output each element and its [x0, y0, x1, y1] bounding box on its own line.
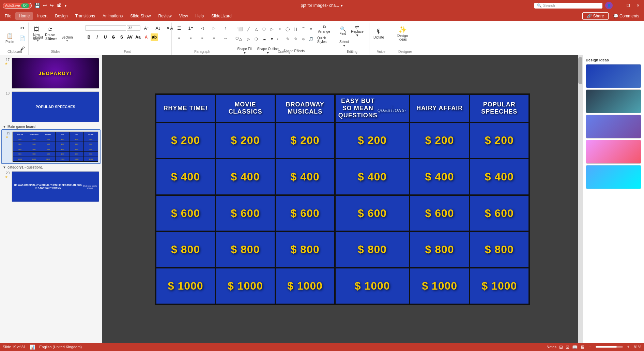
jeopardy-cell-r4-c5[interactable]: $ 1000 — [470, 268, 528, 304]
reset-button[interactable]: Reset — [46, 34, 59, 44]
jeopardy-cell-r1-c4[interactable]: $ 400 — [410, 159, 469, 194]
menu-slideshow[interactable]: Slide Show — [127, 12, 154, 20]
slide-item-20[interactable]: 20 ★ HE WAS ORIGINALLY A DRINK, THEN HE … — [1, 170, 101, 203]
jeopardy-cell-r3-c5[interactable]: $ 800 — [470, 232, 528, 267]
present-icon[interactable]: 📽 — [57, 3, 61, 8]
increase-indent-button[interactable]: ▷ — [209, 23, 219, 33]
slide-view-icon[interactable]: 📊 — [30, 345, 35, 350]
slide-sorter-icon[interactable]: ⊡ — [566, 345, 569, 350]
underline-button[interactable]: U — [102, 33, 109, 41]
jeopardy-cell-r1-c3[interactable]: $ 400 — [336, 159, 409, 194]
slide-thumb-20[interactable]: HE WAS ORIGINALLY A DRINK, THEN HE BECAM… — [12, 171, 99, 202]
bold-button[interactable]: B — [85, 33, 93, 41]
jeopardy-cell-r0-c0[interactable]: $ 200 — [156, 123, 215, 158]
layout-button[interactable]: Layout ▼ — [31, 34, 45, 44]
jeopardy-cell-r0-c1[interactable]: $ 200 — [216, 123, 274, 158]
paste-button[interactable]: 📋 Paste — [3, 28, 16, 48]
jeopardy-cell-r4-c1[interactable]: $ 1000 — [216, 268, 274, 304]
jeopardy-cell-r4-c2[interactable]: $ 1000 — [276, 268, 334, 304]
font-increase-button[interactable]: A↑ — [141, 23, 152, 33]
zoom-bar[interactable] — [596, 346, 623, 348]
jeopardy-cell-r4-c4[interactable]: $ 1000 — [410, 268, 469, 304]
jeopardy-header-4[interactable]: HAIRY AFFAIR — [410, 95, 469, 122]
jeopardy-cell-r2-c5[interactable]: $ 600 — [470, 196, 528, 231]
font-size-input[interactable] — [127, 25, 140, 31]
menu-home[interactable]: Home — [15, 12, 33, 20]
cut-button[interactable]: ✂ — [17, 23, 28, 33]
design-idea-5[interactable] — [586, 165, 641, 189]
presenter-view-icon[interactable]: 🖥 — [580, 345, 585, 350]
search-bar[interactable]: 🔍 Search — [534, 3, 602, 9]
section-button[interactable]: Section ▼ — [59, 34, 75, 44]
menu-slidelizard[interactable]: SlideLizard — [208, 12, 235, 20]
menu-animations[interactable]: Animations — [99, 12, 126, 20]
menu-help[interactable]: Help — [192, 12, 208, 20]
section-label-main[interactable]: ▼ Main game board — [1, 123, 101, 129]
jeopardy-cell-r0-c2[interactable]: $ 200 — [276, 123, 334, 158]
design-idea-3[interactable] — [586, 115, 641, 138]
jeopardy-cell-r2-c4[interactable]: $ 600 — [410, 196, 469, 231]
zoom-in-button[interactable]: + — [626, 344, 631, 350]
minimize-button[interactable]: — — [615, 2, 622, 9]
dropdown-arrow[interactable]: ▼ — [340, 4, 343, 8]
font-family-input[interactable] — [85, 25, 126, 31]
slide-item-17[interactable]: 17 ★ JEOPARDY! — [1, 57, 101, 90]
align-left-button[interactable]: ≡ — [174, 33, 185, 43]
align-right-button[interactable]: ≡ — [197, 33, 208, 43]
jeopardy-cell-r3-c0[interactable]: $ 800 — [156, 232, 215, 267]
redo-icon[interactable]: ↪ — [50, 3, 54, 8]
line-spacing-button[interactable]: ↕ — [220, 23, 231, 33]
menu-review[interactable]: Review — [155, 12, 175, 20]
replace-button[interactable]: ⇄ Replace ▼ — [349, 23, 366, 38]
jeopardy-cell-r3-c2[interactable]: $ 800 — [276, 232, 334, 267]
notes-button[interactable]: Notes — [547, 345, 556, 349]
avatar[interactable]: 👤 — [605, 2, 613, 9]
font-decrease-button[interactable]: A↓ — [153, 23, 164, 33]
normal-view-icon[interactable]: ⊞ — [559, 345, 563, 350]
jeopardy-cell-r1-c0[interactable]: $ 400 — [156, 159, 215, 194]
restore-button[interactable]: ❐ — [625, 2, 632, 9]
menu-file[interactable]: File — [1, 12, 15, 20]
text-direction-button[interactable]: ↔ — [220, 33, 231, 43]
design-idea-4[interactable] — [586, 140, 641, 164]
shadow-button[interactable]: S — [118, 33, 125, 41]
menu-insert[interactable]: Insert — [34, 12, 51, 20]
font-color-button[interactable]: A — [142, 33, 150, 41]
char-spacing-button[interactable]: AV — [126, 33, 134, 41]
design-idea-1[interactable] — [586, 64, 641, 88]
strikethrough-button[interactable]: S — [110, 33, 117, 41]
slide-thumb-18[interactable]: POPULAR SPEECHES — [12, 91, 99, 122]
jeopardy-cell-r0-c4[interactable]: $ 200 — [410, 123, 469, 158]
jeopardy-cell-r2-c1[interactable]: $ 600 — [216, 196, 274, 231]
autosave-badge[interactable]: AutoSave Off — [3, 3, 32, 9]
jeopardy-cell-r1-c2[interactable]: $ 400 — [276, 159, 334, 194]
highlight-button[interactable]: ab — [151, 33, 158, 41]
jeopardy-cell-r3-c3[interactable]: $ 800 — [336, 232, 409, 267]
decrease-indent-button[interactable]: ◁ — [197, 23, 208, 33]
jeopardy-cell-r1-c5[interactable]: $ 400 — [470, 159, 528, 194]
jeopardy-header-1[interactable]: MOVIE CLASSICS — [216, 95, 274, 122]
scrollbar-thumb[interactable] — [578, 57, 582, 84]
jeopardy-cell-r0-c5[interactable]: $ 200 — [470, 123, 528, 158]
save-icon[interactable]: 💾 — [34, 3, 40, 8]
jeopardy-cell-r0-c3[interactable]: $ 200 — [336, 123, 409, 158]
dictate-button[interactable]: 🎙 Dictate — [371, 23, 386, 44]
jeopardy-cell-r3-c1[interactable]: $ 800 — [216, 232, 274, 267]
close-button[interactable]: ✕ — [634, 2, 641, 9]
reading-view-icon[interactable]: 📖 — [572, 345, 578, 350]
menu-view[interactable]: View — [176, 12, 191, 20]
jeopardy-header-0[interactable]: RHYME TIME! — [156, 95, 215, 122]
comments-button[interactable]: 💬 Comments — [610, 12, 643, 20]
jeopardy-cell-r1-c1[interactable]: $ 400 — [216, 159, 274, 194]
design-idea-2[interactable] — [586, 89, 641, 113]
find-button[interactable]: 🔍 Find — [337, 25, 348, 36]
bullets-button[interactable]: ☰ — [174, 23, 185, 33]
vertical-scrollbar[interactable] — [578, 55, 583, 343]
copy-button[interactable]: 📄 — [17, 33, 28, 43]
jeopardy-cell-r3-c4[interactable]: $ 800 — [410, 232, 469, 267]
slide-thumb-19[interactable]: RHYME TIME MOVIE CLASSICS BROADWAY EASY … — [12, 131, 98, 162]
jeopardy-cell-r2-c0[interactable]: $ 600 — [156, 196, 215, 231]
jeopardy-header-2[interactable]: BROADWAY MUSICALS — [276, 95, 334, 122]
select-button[interactable]: Select ▼ — [337, 39, 351, 48]
jeopardy-cell-r4-c3[interactable]: $ 1000 — [336, 268, 409, 304]
